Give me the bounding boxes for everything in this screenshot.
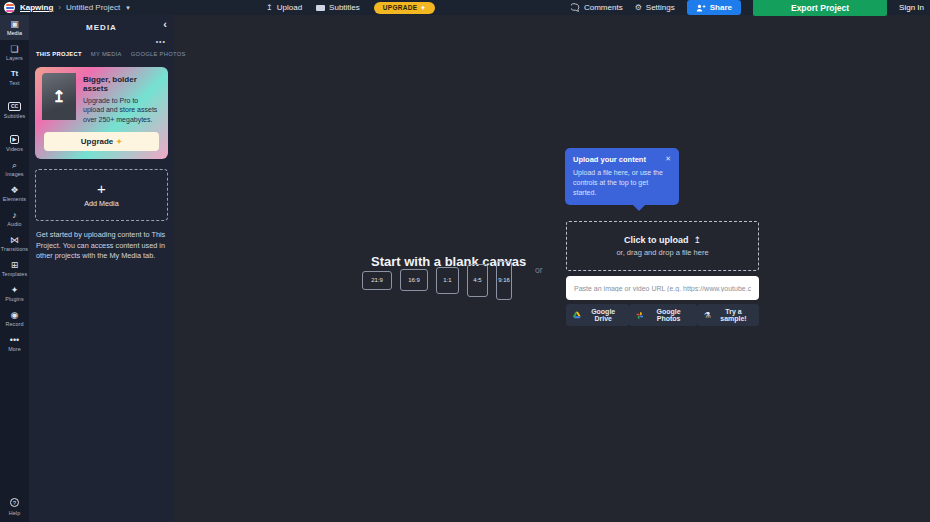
comments-button[interactable]: Comments [571, 3, 623, 12]
help-button[interactable]: ? Help [0, 491, 29, 522]
upload-label: Upload [277, 3, 302, 12]
subtitles-label: Subtitles [329, 3, 360, 12]
topbar-left: Kapwing › Untitled Project ▾ [0, 2, 130, 13]
click-to-upload-dropzone[interactable]: Click to upload ↥ or, drag and drop a fi… [566, 221, 759, 271]
promo-body: Upgrade to Pro to upload and store asset… [83, 96, 161, 124]
search-icon: ⌕ [0, 160, 29, 170]
topbar-center: ↥ Upload Subtitles UPGRADE ✦ [266, 2, 435, 14]
puzzle-icon: ✦ [0, 285, 29, 295]
sparkle-icon: ✦ [116, 138, 122, 146]
settings-button[interactable]: ⚙ Settings [635, 3, 675, 12]
grid-icon: ⊞ [0, 260, 29, 270]
sign-in-link[interactable]: Sign In [899, 3, 924, 12]
promo-image: ↥ [42, 73, 76, 120]
google-photos-button[interactable]: Google Photos [629, 304, 697, 326]
google-drive-icon [573, 311, 581, 319]
sidebar-item-audio[interactable]: ♪ Audio [0, 206, 29, 231]
collapse-panel-icon[interactable]: ‹ [163, 19, 167, 30]
panel-title: MEDIA [86, 23, 117, 32]
subtitles-icon [316, 5, 325, 11]
ratio-21-9-button[interactable]: 21:9 [362, 271, 392, 290]
transitions-icon: ⋈ [0, 235, 29, 245]
try-sample-button[interactable]: ⚗ Try a sample! [697, 304, 759, 326]
more-dots-icon: ••• [0, 335, 29, 345]
settings-label: Settings [646, 3, 675, 12]
ratio-1-1-button[interactable]: 1:1 [436, 267, 459, 294]
sidebar-item-transitions[interactable]: ⋈ Transitions [0, 231, 29, 256]
record-icon: ◉ [0, 310, 29, 320]
upgrade-label: UPGRADE [383, 4, 418, 11]
ratio-9-16-button[interactable]: 9:16 [496, 261, 512, 300]
canvas-area: Start with a blank canvas 21:9 16:9 1:1 … [174, 15, 930, 522]
sidebar-item-layers[interactable]: ❏ Layers [0, 40, 29, 65]
breadcrumb-separator: › [58, 3, 61, 12]
brand-link[interactable]: Kapwing [20, 3, 53, 12]
import-actions-row: Google Drive Google Photos ⚗ Try a sampl… [566, 304, 759, 326]
upload-box-title: Click to upload [624, 235, 689, 245]
upload-tooltip: Upload your content ✕ Upload a file here… [565, 148, 679, 205]
shapes-icon: ❖ [0, 185, 29, 195]
sidebar-item-subtitles[interactable]: CC Subtitles [0, 90, 29, 123]
subtitles-button[interactable]: Subtitles [316, 3, 360, 12]
plus-icon: + [97, 182, 106, 196]
share-button[interactable]: Share [687, 0, 741, 15]
media-tabs: THIS PROJECT MY MEDIA GOOGLE PHOTOS [29, 47, 174, 63]
upgrade-promo-card: ↥ Bigger, bolder assets Upgrade to Pro t… [35, 67, 168, 159]
upload-icon: ↥ [266, 3, 273, 12]
upload-icon: ↥ [693, 235, 701, 245]
kapwing-logo-icon [4, 2, 15, 13]
sidebar-item-record[interactable]: ◉ Record [0, 306, 29, 331]
text-icon: Tt [0, 69, 29, 79]
sidebar-item-templates[interactable]: ⊞ Templates [0, 256, 29, 281]
export-project-button[interactable]: Export Project [753, 0, 887, 16]
tab-this-project[interactable]: THIS PROJECT [36, 51, 82, 57]
media-icon: ▣ [0, 19, 29, 29]
ratio-16-9-button[interactable]: 16:9 [400, 269, 428, 291]
upload-arrow-icon: ↥ [52, 86, 65, 105]
sidebar-item-images[interactable]: ⌕ Images [0, 156, 29, 181]
share-label: Share [710, 3, 732, 12]
flask-icon: ⚗ [704, 311, 711, 320]
topbar-right: Comments ⚙ Settings Share Export Project… [571, 0, 930, 16]
ratio-4-5-button[interactable]: 4:5 [467, 264, 488, 297]
subtitles-cc-icon: CC [8, 102, 21, 111]
promo-title: Bigger, bolder assets [83, 75, 161, 93]
or-label: or [535, 265, 543, 275]
tooltip-title: Upload your content [573, 155, 646, 164]
gear-icon: ⚙ [635, 3, 642, 12]
add-person-icon [696, 4, 706, 12]
tooltip-body: Upload a file here, or use the controls … [573, 168, 671, 197]
promo-upgrade-button[interactable]: Upgrade ✦ [44, 132, 159, 151]
upgrade-button[interactable]: UPGRADE ✦ [374, 2, 435, 14]
panel-menu-icon[interactable]: ••• [29, 39, 174, 47]
sidebar-item-elements[interactable]: ❖ Elements [0, 181, 29, 206]
close-icon[interactable]: ✕ [665, 155, 671, 162]
top-bar: Kapwing › Untitled Project ▾ ↥ Upload Su… [0, 0, 930, 15]
media-panel: MEDIA ‹ ••• THIS PROJECT MY MEDIA GOOGLE… [29, 15, 174, 522]
tab-my-media[interactable]: MY MEDIA [91, 51, 122, 57]
sidebar-item-media[interactable]: ▣ Media [0, 15, 29, 40]
sidebar-item-more[interactable]: ••• More [0, 331, 29, 356]
layers-icon: ❏ [0, 44, 29, 54]
comments-label: Comments [584, 3, 623, 12]
music-note-icon: ♪ [0, 210, 29, 220]
panel-description: Get started by uploading content to This… [36, 230, 167, 262]
upload-box-subtitle: or, drag and drop a file here [616, 248, 708, 257]
google-drive-button[interactable]: Google Drive [566, 304, 629, 326]
help-icon: ? [10, 498, 19, 507]
sidebar-item-text[interactable]: Tt Text [0, 65, 29, 90]
media-panel-header: MEDIA ‹ [29, 15, 174, 39]
google-photos-icon [636, 311, 644, 320]
sidebar-item-plugins[interactable]: ✦ Plugins [0, 281, 29, 306]
sparkle-icon: ✦ [420, 4, 425, 11]
sidebar-item-videos[interactable]: ▶ Videos [0, 123, 29, 156]
project-title[interactable]: Untitled Project [66, 3, 120, 12]
upload-button[interactable]: ↥ Upload [266, 3, 302, 12]
comment-bubble-icon [571, 3, 580, 12]
tool-sidebar: ▣ Media ❏ Layers Tt Text CC Subtitles ▶ … [0, 15, 29, 522]
chevron-down-icon[interactable]: ▾ [126, 4, 130, 12]
url-input[interactable] [566, 276, 759, 300]
video-play-icon: ▶ [10, 135, 20, 144]
add-media-button[interactable]: + Add Media [35, 169, 168, 221]
tab-google-photos[interactable]: GOOGLE PHOTOS [131, 51, 186, 57]
